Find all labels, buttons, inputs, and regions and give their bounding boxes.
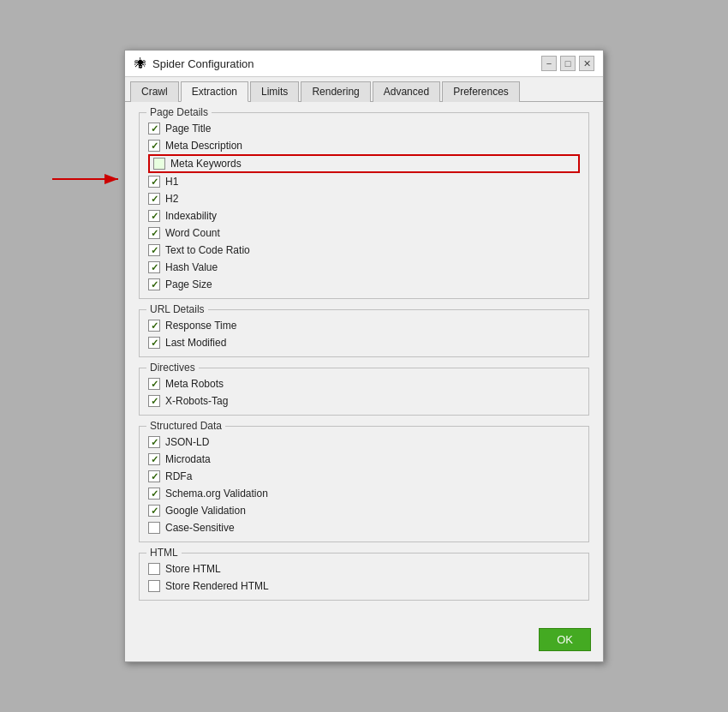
spider-config-dialog: 🕷 Spider Configuration − □ ✕ Crawl Extra…	[124, 50, 604, 662]
label-meta-keywords: Meta Keywords	[170, 158, 242, 170]
close-button[interactable]: ✕	[579, 56, 594, 71]
label-text-to-code: Text to Code Ratio	[165, 244, 250, 256]
row-text-to-code: Text to Code Ratio	[148, 242, 580, 259]
cb-text-to-code[interactable]	[148, 244, 160, 256]
row-case-sensitive: Case-Sensitive	[148, 519, 580, 536]
cb-store-html[interactable]	[148, 563, 160, 575]
row-response-time: Response Time	[148, 317, 580, 334]
cb-last-modified[interactable]	[148, 337, 160, 349]
cb-store-rendered-html[interactable]	[148, 580, 160, 592]
row-store-html: Store HTML	[148, 560, 580, 577]
label-hash-value: Hash Value	[165, 261, 218, 273]
title-bar: 🕷 Spider Configuration − □ ✕	[125, 51, 603, 77]
row-meta-description: Meta Description	[148, 137, 580, 154]
row-h2: H2	[148, 190, 580, 207]
maximize-button[interactable]: □	[560, 56, 576, 71]
cb-schema-validation[interactable]	[148, 488, 160, 500]
row-meta-robots: Meta Robots	[148, 375, 580, 392]
section-html-label: HTML	[146, 547, 182, 559]
section-directives: Directives Meta Robots X-Robots-Tag	[139, 368, 589, 416]
cb-response-time[interactable]	[148, 320, 160, 332]
label-page-size: Page Size	[165, 278, 212, 290]
label-word-count: Word Count	[165, 227, 220, 239]
window-title: Spider Configuration	[152, 57, 254, 70]
section-page-details: Page Details Page Title Meta Description…	[139, 112, 589, 299]
cb-meta-keywords[interactable]	[153, 158, 165, 170]
row-microdata: Microdata	[148, 451, 580, 468]
section-directives-label: Directives	[146, 362, 199, 374]
section-structured-data-label: Structured Data	[146, 420, 225, 432]
row-meta-keywords: Meta Keywords	[148, 154, 580, 173]
section-page-details-label: Page Details	[146, 106, 212, 118]
label-response-time: Response Time	[165, 320, 236, 332]
cb-meta-robots[interactable]	[148, 378, 160, 390]
row-rdfa: RDFa	[148, 468, 580, 485]
section-html: HTML Store HTML Store Rendered HTML	[139, 553, 589, 601]
label-google-validation: Google Validation	[165, 505, 246, 517]
row-word-count: Word Count	[148, 224, 580, 242]
row-h1: H1	[148, 173, 580, 190]
tab-extraction[interactable]: Extraction	[181, 81, 248, 102]
label-h1: H1	[165, 176, 178, 188]
cb-meta-description[interactable]	[148, 140, 160, 152]
label-meta-description: Meta Description	[165, 140, 242, 152]
section-url-details: URL Details Response Time Last Modified	[139, 309, 589, 357]
row-page-size: Page Size	[148, 276, 580, 293]
app-icon: 🕷	[134, 57, 147, 70]
row-hash-value: Hash Value	[148, 259, 580, 276]
row-json-ld: JSON-LD	[148, 434, 580, 451]
tab-rendering[interactable]: Rendering	[301, 81, 370, 102]
label-store-rendered-html: Store Rendered HTML	[165, 580, 269, 592]
label-h2: H2	[165, 193, 178, 205]
tab-preferences[interactable]: Preferences	[442, 81, 520, 102]
cb-case-sensitive[interactable]	[148, 522, 160, 534]
label-microdata: Microdata	[165, 453, 211, 465]
section-url-details-label: URL Details	[146, 303, 208, 315]
tab-crawl[interactable]: Crawl	[130, 81, 179, 102]
ok-button[interactable]: OK	[539, 628, 591, 651]
label-x-robots-tag: X-Robots-Tag	[165, 395, 228, 407]
row-x-robots-tag: X-Robots-Tag	[148, 392, 580, 410]
tab-bar: Crawl Extraction Limits Rendering Advanc…	[125, 77, 603, 102]
footer: OK	[125, 621, 603, 661]
cb-rdfa[interactable]	[148, 470, 160, 482]
tab-advanced[interactable]: Advanced	[373, 81, 440, 102]
label-meta-robots: Meta Robots	[165, 378, 224, 390]
row-store-rendered-html: Store Rendered HTML	[148, 577, 580, 595]
row-page-title: Page Title	[148, 120, 580, 137]
cb-microdata[interactable]	[148, 453, 160, 465]
tab-content: Page Details Page Title Meta Description…	[125, 102, 603, 621]
label-case-sensitive: Case-Sensitive	[165, 522, 235, 534]
title-bar-controls: − □ ✕	[541, 56, 594, 71]
label-rdfa: RDFa	[165, 470, 192, 482]
label-page-title: Page Title	[165, 123, 211, 135]
cb-indexability[interactable]	[148, 210, 160, 222]
title-bar-left: 🕷 Spider Configuration	[134, 57, 254, 70]
minimize-button[interactable]: −	[541, 56, 557, 71]
cb-word-count[interactable]	[148, 227, 160, 239]
label-indexability: Indexability	[165, 210, 217, 222]
cb-google-validation[interactable]	[148, 505, 160, 517]
label-last-modified: Last Modified	[165, 337, 226, 349]
row-schema-validation: Schema.org Validation	[148, 485, 580, 502]
section-structured-data: Structured Data JSON-LD Microdata RDFa S…	[139, 426, 589, 542]
cb-hash-value[interactable]	[148, 261, 160, 273]
label-store-html: Store HTML	[165, 563, 221, 575]
row-indexability: Indexability	[148, 207, 580, 224]
label-schema-validation: Schema.org Validation	[165, 488, 268, 500]
annotation-arrow	[48, 166, 125, 192]
cb-page-title[interactable]	[148, 123, 160, 135]
cb-json-ld[interactable]	[148, 436, 160, 448]
tab-limits[interactable]: Limits	[250, 81, 299, 102]
cb-h2[interactable]	[148, 193, 160, 205]
cb-h1[interactable]	[148, 176, 160, 188]
label-json-ld: JSON-LD	[165, 436, 209, 448]
cb-x-robots-tag[interactable]	[148, 395, 160, 407]
cb-page-size[interactable]	[148, 278, 160, 290]
row-last-modified: Last Modified	[148, 334, 580, 351]
row-google-validation: Google Validation	[148, 502, 580, 519]
